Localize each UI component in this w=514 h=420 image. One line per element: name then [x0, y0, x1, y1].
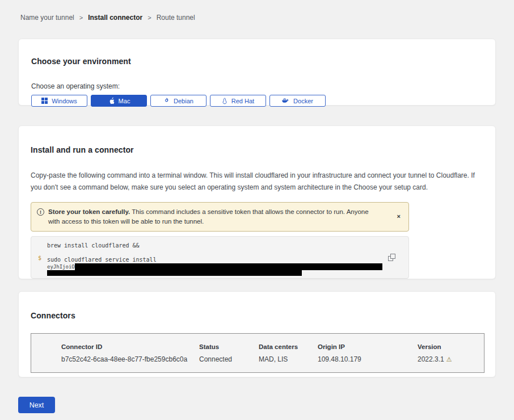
origin-ip-value: 109.48.10.179 — [318, 355, 418, 363]
environment-card-title: Choose your environment — [31, 57, 483, 66]
connector-id-value: b7c52c42-6caa-48ee-8c77-fbe259cb6c0a — [61, 355, 199, 363]
column-header-connector-id: Connector ID — [61, 343, 199, 355]
token-line: eyJhIjoiO — [47, 263, 386, 270]
connectors-card-title: Connectors — [31, 311, 483, 320]
debian-icon — [163, 98, 170, 104]
data-centers-value: MAD, LIS — [259, 355, 318, 363]
version-value: 2022.3.1⚠ — [418, 355, 484, 363]
os-button-redhat[interactable]: Red Hat — [210, 95, 266, 107]
alert-circle-icon: ! — [37, 208, 44, 216]
connectors-card: Connectors Connector ID Status Data cent… — [18, 291, 496, 377]
column-header-data-centers: Data centers — [259, 343, 318, 355]
os-button-label: Windows — [52, 98, 77, 104]
redacted-token-bar — [75, 263, 382, 270]
command-line-sudo: sudo cloudflared service install — [47, 257, 386, 263]
breadcrumb-name-your-tunnel[interactable]: Name your tunnel — [20, 14, 74, 22]
token-warning-banner: ! Store your token carefully. This comma… — [31, 202, 409, 232]
os-button-mac[interactable]: Mac — [91, 95, 147, 107]
os-button-debian[interactable]: Debian — [150, 95, 207, 107]
os-button-docker[interactable]: Docker — [269, 95, 326, 107]
table-row: b7c52c42-6caa-48ee-8c77-fbe259cb6c0a Con… — [61, 355, 484, 363]
redacted-token-bar — [47, 270, 302, 276]
close-icon[interactable]: × — [395, 207, 403, 225]
status-badge: Connected — [199, 355, 259, 363]
command-line-brew: brew install cloudflared && — [47, 242, 386, 249]
column-header-origin-ip: Origin IP — [318, 343, 418, 355]
install-card-title: Install and run a connector — [31, 145, 483, 154]
redhat-icon — [222, 98, 227, 104]
os-button-label: Red Hat — [231, 98, 254, 104]
breadcrumb-route-tunnel[interactable]: Route tunnel — [157, 14, 195, 22]
os-button-windows[interactable]: Windows — [31, 95, 87, 107]
os-button-group: Windows Mac Debian Red Hat Docker — [31, 95, 483, 107]
os-button-label: Debian — [174, 98, 193, 104]
copy-icon[interactable] — [388, 254, 396, 262]
install-command-code-block[interactable]: $ brew install cloudflared && sudo cloud… — [31, 236, 409, 279]
next-button[interactable]: Next — [18, 397, 55, 413]
token-warning-text: Store your token carefully. This command… — [48, 207, 374, 226]
windows-icon — [41, 98, 48, 104]
connectors-table-header-row: Connector ID Status Data centers Origin … — [61, 343, 484, 355]
column-header-status: Status — [199, 343, 259, 355]
os-button-label: Docker — [293, 98, 313, 104]
apple-icon — [108, 97, 115, 104]
warning-triangle-icon: ⚠ — [446, 356, 452, 363]
breadcrumb-separator: > — [79, 14, 83, 21]
column-header-version: Version — [418, 343, 484, 355]
docker-icon — [282, 98, 289, 104]
token-warning-title: Store your token carefully. — [48, 208, 130, 215]
os-select-label: Choose an operating system: — [31, 82, 483, 90]
os-button-label: Mac — [119, 98, 130, 104]
choose-environment-card: Choose your environment Choose an operat… — [18, 39, 496, 106]
connectors-table: Connector ID Status Data centers Origin … — [31, 333, 484, 373]
breadcrumb-install-connector[interactable]: Install connector — [88, 14, 142, 22]
breadcrumb: Name your tunnel > Install connector > R… — [0, 0, 514, 22]
install-connector-card: Install and run a connector Copy-paste t… — [18, 125, 496, 279]
token-prefix: eyJhIjoiO — [47, 264, 75, 270]
breadcrumb-separator: > — [148, 14, 151, 21]
install-description: Copy-paste the following command into a … — [31, 170, 482, 194]
terminal-prompt: $ — [38, 255, 41, 261]
